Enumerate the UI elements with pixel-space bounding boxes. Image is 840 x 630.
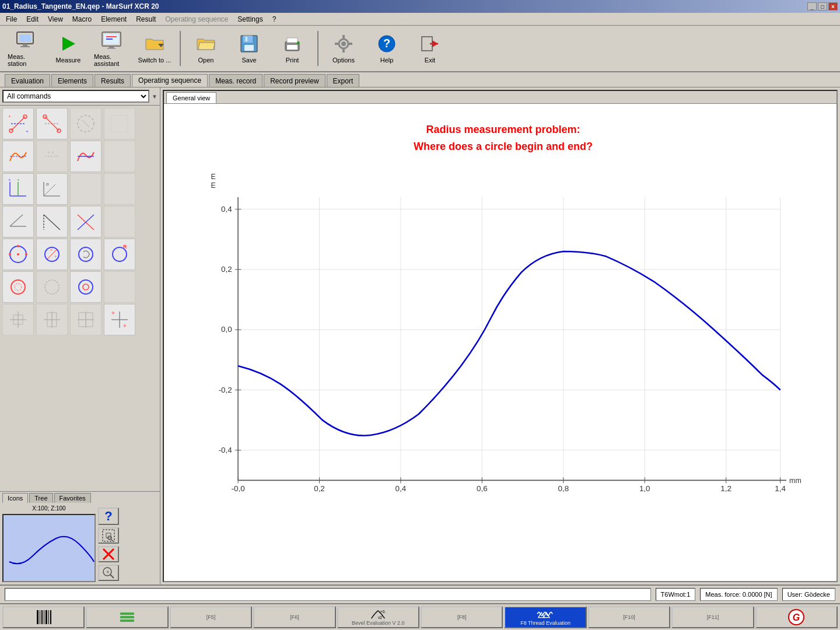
menu-settings[interactable]: Settings <box>234 14 266 24</box>
save-button[interactable]: Save <box>229 29 270 68</box>
svg-line-101 <box>110 575 114 578</box>
dropdown-arrow: ▼ <box>152 93 158 100</box>
folder-switch-icon <box>144 33 165 54</box>
cmd-icon-2[interactable] <box>36 108 68 139</box>
cmd-icon-1[interactable]: + + <box>2 108 34 139</box>
tab-general-view[interactable]: General view <box>166 92 216 103</box>
restore-button[interactable]: □ <box>818 2 827 10</box>
cmd-icon-5[interactable] <box>2 141 34 172</box>
open-button[interactable]: Open <box>186 29 226 68</box>
svg-point-64 <box>17 253 19 256</box>
titlebar: 01_Radius_Tangente_EN.qep - MarSurf XCR … <box>0 0 840 13</box>
y-label-04: 0,4 <box>221 204 232 213</box>
cmd-icon-28[interactable]: + + <box>104 304 135 335</box>
svg-line-57 <box>10 215 23 226</box>
save-label: Save <box>242 57 256 64</box>
cmd-icon-17[interactable] <box>2 239 34 270</box>
print-button[interactable]: Print <box>272 29 313 68</box>
svg-point-21 <box>341 41 346 46</box>
meas-station-button[interactable]: Meas. station <box>5 29 46 68</box>
preview-coordinates: X:100; Z:100 <box>2 505 96 512</box>
svg-text:G: G <box>793 612 800 622</box>
cmd-icon-14[interactable] <box>36 206 68 237</box>
assistant-icon <box>101 30 122 51</box>
options-button[interactable]: Options <box>323 29 364 68</box>
preview-help-button[interactable]: ? <box>98 508 119 525</box>
toolbar-separator-1 <box>180 31 181 66</box>
fkey-f8[interactable]: [F8] <box>421 606 503 628</box>
chart-title-line1: Radius measurement problem: <box>193 121 813 138</box>
preview-delete-button[interactable] <box>98 546 119 562</box>
measure-button[interactable]: Measure <box>48 29 89 68</box>
svg-rect-93 <box>4 515 96 582</box>
cmd-icon-26 <box>36 304 68 335</box>
help-icon: ? <box>376 33 397 54</box>
x-label-00: -0,0 <box>232 484 245 493</box>
switch-to-button[interactable]: Switch to ... <box>134 29 175 68</box>
tab-results[interactable]: Results <box>94 74 131 87</box>
fkey-f6[interactable]: [F6] <box>253 606 335 628</box>
help-button[interactable]: ? Help <box>366 29 407 68</box>
statusbar: T6Wmot:1 Meas. force: 0.0000 [N] User: G… <box>0 584 840 603</box>
cmd-icon-15[interactable] <box>70 206 102 237</box>
svg-line-59 <box>44 215 60 230</box>
cmd-icon-7[interactable] <box>70 141 102 172</box>
svg-point-79 <box>83 284 89 290</box>
cmd-icon-18[interactable]: + + <box>36 239 68 270</box>
close-button[interactable]: × <box>828 2 838 10</box>
x-label-12: 1,2 <box>720 484 732 493</box>
tab-meas-record[interactable]: Meas. record <box>209 74 262 87</box>
fkey-layers[interactable] <box>86 606 168 628</box>
window-controls[interactable]: _ □ × <box>807 2 838 10</box>
cmd-icon-21[interactable] <box>2 271 34 303</box>
svg-text:+: + <box>123 323 127 329</box>
menu-result[interactable]: Result <box>132 14 159 24</box>
menubar: File Edit View Macro Element Result Oper… <box>0 13 840 26</box>
commands-dropdown[interactable]: All commands Favorites Recent <box>2 90 149 103</box>
tab-operating-sequence[interactable]: Operating sequence <box>132 74 208 87</box>
fkey-barcode[interactable] <box>2 606 85 628</box>
menu-help[interactable]: ? <box>269 14 280 24</box>
cmd-icon-19[interactable] <box>70 239 102 270</box>
cmd-icon-10[interactable]: α <box>36 173 68 205</box>
svg-rect-103 <box>37 610 38 624</box>
chart-title: Radius measurement problem: Where does a… <box>193 110 813 155</box>
cmd-icon-13[interactable] <box>2 206 34 237</box>
cmd-icon-9[interactable]: + + <box>2 173 34 205</box>
minimize-button[interactable]: _ <box>807 2 817 10</box>
tab-favorites[interactable]: Favorites <box>54 493 91 503</box>
measure-label: Measure <box>56 57 81 64</box>
svg-text:v2: v2 <box>378 615 382 620</box>
menu-file[interactable]: File <box>2 14 20 24</box>
fkey-f5[interactable]: [F5] <box>170 606 252 628</box>
svg-line-114 <box>375 611 379 614</box>
preview-select-button[interactable] <box>98 527 119 544</box>
fkey-f11[interactable]: [F11] <box>671 606 754 628</box>
svg-line-113 <box>372 614 375 619</box>
meas-assistant-button[interactable]: Meas. assistant <box>91 29 132 68</box>
fkey-f12[interactable]: G <box>755 606 838 628</box>
exit-button[interactable]: Exit <box>410 29 450 68</box>
tab-export[interactable]: Export <box>327 74 360 87</box>
svg-text:+: + <box>8 114 11 119</box>
cmd-icon-20[interactable]: R <box>104 239 135 270</box>
fkey-f8-thread[interactable]: F8 Thread Evaluation <box>504 606 586 628</box>
menu-view[interactable]: View <box>44 14 66 24</box>
chart-svg: E E <box>193 161 813 510</box>
cmd-icon-22 <box>36 271 68 303</box>
fkey-bevel-eval[interactable]: +0.1 v2 Bevel Evaluation V 2.0 <box>337 606 419 628</box>
svg-rect-13 <box>243 36 253 43</box>
tab-tree[interactable]: Tree <box>29 493 52 503</box>
tab-record-preview[interactable]: Record preview <box>264 74 325 87</box>
menu-element[interactable]: Element <box>97 14 130 24</box>
tab-icons[interactable]: Icons <box>2 493 28 503</box>
menu-macro[interactable]: Macro <box>69 14 95 24</box>
svg-rect-24 <box>335 43 338 45</box>
cmd-icon-23[interactable] <box>70 271 102 303</box>
fkey-f10[interactable]: [F10] <box>588 606 670 628</box>
tab-evaluation[interactable]: Evaluation <box>5 74 50 87</box>
svg-rect-15 <box>246 37 247 41</box>
preview-zoom-button[interactable]: + <box>98 565 119 581</box>
tab-elements[interactable]: Elements <box>51 74 93 87</box>
menu-edit[interactable]: Edit <box>23 14 42 24</box>
